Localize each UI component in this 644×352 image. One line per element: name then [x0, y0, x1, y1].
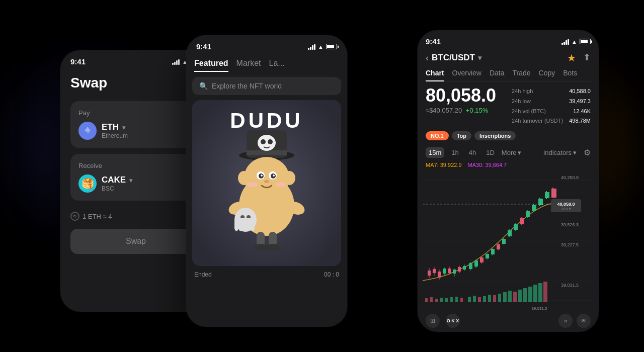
- chart-tabs: Chart Overview Data Trade Copy Bots: [426, 69, 591, 81]
- time-tab-4h[interactable]: 4h: [466, 147, 479, 158]
- svg-rect-64: [474, 260, 478, 267]
- pay-token-row[interactable]: ETH ▾ Ethereum: [78, 122, 193, 140]
- signal-icon: [172, 59, 180, 65]
- svg-rect-106: [483, 296, 486, 302]
- tab-trade[interactable]: Trade: [513, 69, 531, 77]
- nft-tabs: Featured Market La...: [186, 55, 347, 72]
- svg-rect-88: [545, 192, 549, 198]
- receive-token-row[interactable]: 🥞 CAKE ▾ BSC: [78, 174, 193, 193]
- eye-icon[interactable]: 👁: [577, 314, 591, 328]
- tab-featured[interactable]: Featured: [194, 59, 228, 72]
- svg-rect-54: [448, 269, 451, 273]
- status-bar-right: 9:41 ▲: [418, 30, 599, 46]
- tab-chart[interactable]: Chart: [426, 69, 444, 81]
- tab-launch[interactable]: La...: [269, 59, 284, 72]
- svg-rect-62: [469, 263, 472, 269]
- swap-button[interactable]: Swap: [70, 229, 201, 254]
- swap-title: Swap: [70, 75, 201, 91]
- signal-icon-mid: [308, 44, 315, 50]
- chart-header: ‹ BTC/USDT ▾ ★ ⬆ Chart Overview Data Tra…: [418, 46, 599, 81]
- chart-type-icon[interactable]: ⊞: [426, 314, 440, 328]
- svg-point-12: [244, 157, 289, 199]
- badges: NO.1 Top Inscriptions: [418, 131, 599, 144]
- time-tabs: 15m 1h 4h 1D More▾ Indicators▾ ⚙: [418, 144, 599, 161]
- svg-rect-103: [468, 297, 471, 302]
- ma30-label: MA30: 39,664.7: [468, 162, 507, 168]
- badge-top: Top: [452, 131, 471, 140]
- svg-rect-80: [520, 218, 524, 224]
- svg-text:40,250.0: 40,250.0: [561, 175, 579, 180]
- svg-rect-48: [433, 269, 436, 273]
- nft-search[interactable]: 🔍 Explore the NFT world: [192, 77, 341, 95]
- cake-token-info: CAKE ▾ BSC: [102, 175, 132, 192]
- price-usd: ≈$40,057.20 +0.15%: [426, 107, 496, 114]
- wifi-icon-mid: ▲: [318, 44, 324, 50]
- candlestick-chart: 40,250.0 40,058.0 39,526.3 39,227.5 39,0…: [422, 170, 595, 311]
- ma-info: MA7: 39,922.9 MA30: 39,664.7: [418, 161, 599, 170]
- chart-nav: ‹ BTC/USDT ▾ ★ ⬆: [426, 52, 591, 64]
- time-tab-1d[interactable]: 1D: [483, 147, 498, 158]
- eth-token-info: ETH ▾ Ethereum: [102, 122, 128, 139]
- svg-rect-46: [428, 271, 431, 276]
- pair-dropdown-icon[interactable]: ▾: [478, 54, 481, 62]
- tab-copy[interactable]: Copy: [539, 69, 555, 77]
- share-icon[interactable]: ⬆: [583, 52, 591, 64]
- svg-rect-56: [453, 270, 456, 274]
- more-button[interactable]: More▾: [502, 149, 522, 156]
- fast-forward-icon[interactable]: »: [558, 314, 573, 328]
- svg-rect-74: [502, 239, 506, 244]
- scene: 9:41 ▲ Swap Pay: [45, 20, 599, 332]
- svg-point-31: [248, 182, 258, 187]
- battery-icon-right: [580, 39, 591, 44]
- svg-rect-66: [480, 257, 484, 262]
- time-tab-1h[interactable]: 1h: [448, 147, 461, 158]
- svg-text:DUDU: DUDU: [230, 109, 303, 132]
- svg-rect-50: [438, 272, 441, 278]
- timer: 00 : 0: [324, 271, 339, 278]
- battery-icon-mid: [326, 44, 337, 49]
- price-main: 80,058.0: [426, 86, 496, 105]
- svg-text:40,058.0: 40,058.0: [557, 202, 575, 207]
- time-tab-15m[interactable]: 15m: [426, 147, 444, 158]
- chart-settings-icon[interactable]: ⚙: [584, 148, 591, 157]
- nft-footer: Ended 00 : 0: [186, 266, 347, 283]
- badge-inscriptions: Inscriptions: [474, 131, 516, 140]
- svg-rect-97: [435, 299, 438, 302]
- svg-text:39,526.3: 39,526.3: [561, 222, 579, 227]
- svg-text:39,227.5: 39,227.5: [561, 242, 579, 247]
- tab-bots[interactable]: Bots: [563, 69, 577, 77]
- time-left: 9:41: [70, 57, 86, 66]
- dudu-svg: DUDU: [192, 100, 341, 266]
- cake-icon: 🥞: [78, 174, 97, 193]
- eth-chain: Ethereum: [102, 132, 128, 139]
- svg-rect-112: [513, 292, 517, 302]
- svg-rect-109: [498, 294, 501, 302]
- indicators-button[interactable]: Indicators▾: [543, 149, 577, 156]
- phone-chart: 9:41 ▲ ‹ BTC/USDT ▾: [418, 30, 599, 332]
- tab-overview[interactable]: Overview: [452, 69, 481, 77]
- svg-point-9: [261, 139, 266, 144]
- svg-point-8: [258, 135, 276, 151]
- svg-point-21: [283, 171, 295, 185]
- back-icon[interactable]: ‹: [426, 53, 429, 63]
- chart-footer-icons: ⊞ O K X: [426, 314, 460, 328]
- svg-point-17: [261, 174, 263, 177]
- badge-no1: NO.1: [426, 131, 449, 140]
- star-icon[interactable]: ★: [567, 52, 576, 64]
- time-right: 9:41: [426, 37, 441, 46]
- cake-symbol: CAKE ▾: [102, 175, 132, 185]
- price-section: 80,058.0 ≈$40,057.20 +0.15% 24h high 40,…: [418, 81, 599, 131]
- svg-rect-114: [523, 288, 527, 302]
- wifi-icon-right: ▲: [572, 39, 577, 45]
- svg-point-10: [268, 139, 273, 144]
- svg-rect-115: [528, 287, 532, 302]
- svg-rect-52: [443, 269, 446, 274]
- chart-logo-icon[interactable]: O K X: [446, 314, 460, 328]
- svg-point-29: [254, 244, 268, 251]
- ended-label: Ended: [194, 271, 212, 278]
- chart-pair[interactable]: ‹ BTC/USDT ▾: [426, 53, 481, 63]
- ma7-label: MA7: 39,922.9: [426, 162, 462, 168]
- tab-market[interactable]: Market: [236, 59, 261, 72]
- tab-data[interactable]: Data: [490, 69, 505, 77]
- status-bar-mid: 9:41 ▲: [186, 35, 347, 55]
